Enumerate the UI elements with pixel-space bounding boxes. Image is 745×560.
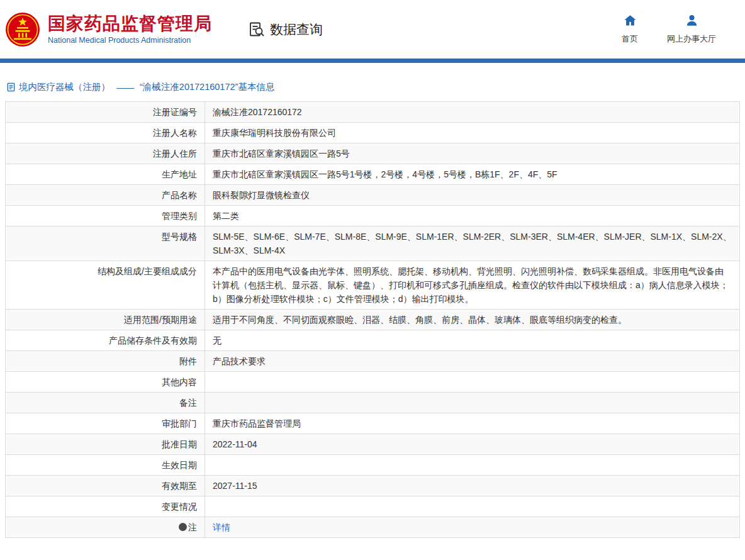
row-value: 本产品中的医用电气设备由光学体、照明系统、腮托架、移动机构、背光照明、闪光照明补… — [205, 261, 739, 309]
row-label: 注册证编号 — [6, 102, 205, 122]
row-label: 有效期至 — [6, 476, 205, 496]
row-label: 其他内容 — [6, 372, 205, 392]
row-value: 重庆市北碚区童家溪镇园区一路5号 — [205, 143, 739, 164]
row-label: 附件 — [6, 351, 205, 371]
nav-item-label: 网上办事大厅 — [667, 33, 716, 45]
table-row: 有效期至2027-11-15 — [6, 476, 739, 496]
row-label: 产品名称 — [6, 185, 205, 205]
table-row: 注详情 — [6, 517, 739, 538]
breadcrumb-title: “渝械注准20172160172”基本信息 — [140, 81, 274, 93]
breadcrumb-separator: —— — [116, 82, 133, 92]
row-value — [205, 496, 739, 517]
row-value: 2022-11-04 — [205, 434, 739, 454]
row-label: 审批部门 — [6, 413, 205, 434]
data-query-label: 数据查询 — [270, 21, 323, 38]
row-label: 适用范围/预期用途 — [6, 310, 205, 330]
blue-divider-bar — [0, 59, 745, 63]
row-value: 渝械注准20172160172 — [205, 102, 739, 122]
table-row: 备注 — [6, 393, 739, 413]
breadcrumb-category: 境内医疗器械（注册） — [19, 81, 110, 93]
org-name-cn: 国家药品监督管理局 — [48, 14, 212, 34]
document-icon — [6, 82, 16, 92]
table-row: 产品名称眼科裂隙灯显微镜检查仪 — [6, 185, 739, 206]
data-query-section[interactable]: 数据查询 — [249, 21, 323, 38]
table-row: 其他内容 — [6, 372, 739, 393]
row-value: 2027-11-15 — [205, 476, 739, 496]
data-query-icon — [249, 21, 266, 38]
row-label: 型号规格 — [6, 227, 205, 260]
row-label: 注册人名称 — [6, 123, 205, 143]
table-row: 生产地址重庆市北碚区童家溪镇园区一路5号1号楼，2号楼，4号楼，5号楼，B栋1F… — [6, 164, 739, 185]
org-title-block: 国家药品监督管理局 National Medical Products Admi… — [48, 14, 212, 45]
info-table: 注册证编号渝械注准20172160172注册人名称重庆康华瑞明科技股份有限公司注… — [5, 101, 740, 538]
row-label: 变更情况 — [6, 496, 205, 517]
row-label: 生效日期 — [6, 455, 205, 475]
note-icon — [179, 523, 187, 531]
table-row: 变更情况 — [6, 496, 739, 517]
row-value: 重庆市药品监督管理局 — [205, 413, 739, 434]
detail-link[interactable]: 详情 — [213, 522, 230, 532]
row-value: 眼科裂隙灯显微镜检查仪 — [205, 185, 739, 205]
nav-item-home[interactable]: 首页 — [622, 14, 638, 45]
table-row: 注册证编号渝械注准20172160172 — [6, 102, 739, 123]
table-row: 生效日期 — [6, 455, 739, 476]
nav-item-service-hall[interactable]: 网上办事大厅 — [667, 14, 716, 45]
row-label: 产品储存条件及有效期 — [6, 330, 205, 350]
row-value: 无 — [205, 330, 739, 350]
row-value: 重庆康华瑞明科技股份有限公司 — [205, 123, 739, 143]
table-row: 产品储存条件及有效期无 — [6, 330, 739, 351]
row-label: 备注 — [6, 393, 205, 413]
top-nav: 首页 网上办事大厅 — [622, 14, 745, 45]
row-value: 适用于不同角度、不同切面观察眼睑、泪器、结膜、角膜、前房、晶体、玻璃体、眼底等组… — [205, 310, 739, 330]
page-header: 国家药品监督管理局 National Medical Products Admi… — [0, 0, 745, 59]
row-value: 产品技术要求 — [205, 351, 739, 371]
row-value: SLM-5E、SLM-6E、SLM-7E、SLM-8E、SLM-9E、SLM-1… — [205, 227, 739, 260]
row-label: 批准日期 — [6, 434, 205, 454]
org-name-en: National Medical Products Administration — [48, 36, 212, 45]
table-row: 管理类别第二类 — [6, 206, 739, 227]
row-label: 生产地址 — [6, 164, 205, 184]
nav-item-label: 首页 — [622, 33, 638, 45]
table-row: 注册人住所重庆市北碚区童家溪镇园区一路5号 — [6, 143, 739, 164]
table-row: 型号规格SLM-5E、SLM-6E、SLM-7E、SLM-8E、SLM-9E、S… — [6, 227, 739, 261]
table-row: 注册人名称重庆康华瑞明科技股份有限公司 — [6, 123, 739, 143]
user-icon — [685, 14, 698, 30]
row-label: 注 — [6, 517, 205, 537]
row-label: 管理类别 — [6, 206, 205, 226]
row-label: 结构及组成/主要组成成分 — [6, 261, 205, 309]
row-value: 重庆市北碚区童家溪镇园区一路5号1号楼，2号楼，4号楼，5号楼，B栋1F、2F、… — [205, 164, 739, 184]
row-value — [205, 455, 739, 475]
row-label: 注册人住所 — [6, 143, 205, 164]
breadcrumb: 境内医疗器械（注册） —— “渝械注准20172160172”基本信息 — [0, 63, 745, 101]
table-row: 审批部门重庆市药品监督管理局 — [6, 413, 739, 434]
table-row: 批准日期2022-11-04 — [6, 434, 739, 455]
row-value — [205, 393, 739, 413]
row-value: 第二类 — [205, 206, 739, 226]
home-icon — [624, 14, 637, 30]
row-value: 详情 — [205, 517, 739, 537]
table-row: 适用范围/预期用途适用于不同角度、不同切面观察眼睑、泪器、结膜、角膜、前房、晶体… — [6, 310, 739, 330]
nmpa-emblem-logo[interactable] — [5, 12, 40, 47]
table-row: 结构及组成/主要组成成分本产品中的医用电气设备由光学体、照明系统、腮托架、移动机… — [6, 261, 739, 310]
row-value — [205, 372, 739, 392]
table-row: 附件产品技术要求 — [6, 351, 739, 372]
